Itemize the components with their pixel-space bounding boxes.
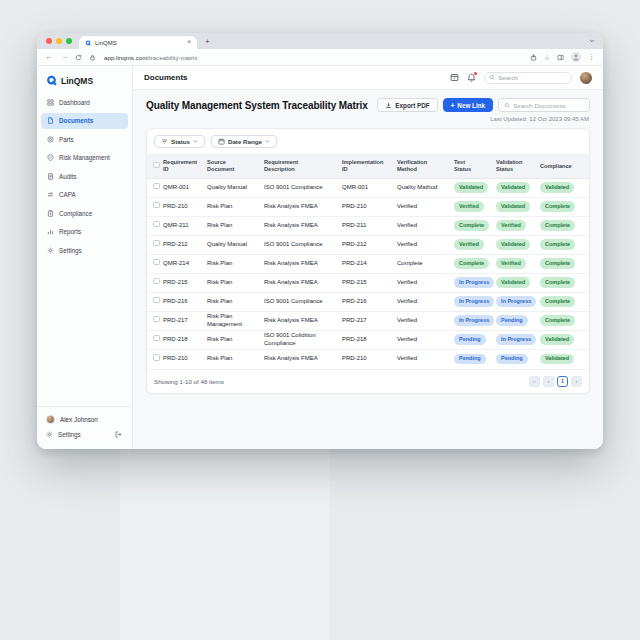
sidebar-item-audits[interactable]: Audits [41, 168, 128, 184]
row-checkbox[interactable] [153, 259, 160, 266]
row-checkbox[interactable] [153, 297, 160, 304]
row-checkbox[interactable] [153, 221, 160, 228]
implementation-id-cell: PRD-211 [342, 222, 397, 230]
notification-dot [474, 72, 477, 75]
background-band [120, 449, 330, 640]
header-avatar[interactable] [580, 72, 592, 84]
column-header-source-document: Source Document [207, 159, 264, 174]
document-search-input[interactable] [513, 102, 584, 109]
table-row[interactable]: PRD-210 Risk Plan Risk Analysis FMEA PRD… [147, 350, 589, 369]
select-all-checkbox[interactable] [153, 162, 160, 169]
verification-method-cell: Verified [397, 298, 454, 306]
table-row[interactable]: PRD-212 Quality Manual ISO 9001 Complian… [147, 236, 589, 255]
sidebar-item-label: Audits [59, 173, 77, 180]
side-panel-icon[interactable] [557, 54, 564, 61]
sidebar-footer: Alex Johnson Settings [37, 406, 132, 449]
table-row[interactable]: PRD-217 Risk Plan Management Risk Analys… [147, 312, 589, 331]
table-row[interactable]: QMR-214 Risk Plan Risk Analysis FMEA PRD… [147, 255, 589, 274]
validation-status-badge: Pending [496, 354, 528, 364]
browser-menu-icon[interactable]: ⋮ [588, 53, 595, 61]
zoom-window-button[interactable] [66, 38, 72, 44]
user-avatar [46, 415, 55, 424]
forward-icon[interactable]: → [60, 53, 68, 61]
verification-method-cell: Verified [397, 241, 454, 249]
row-checkbox[interactable] [153, 278, 160, 285]
table-row[interactable]: PRD-218 Risk Plan ISO 9001 Colidition Co… [147, 331, 589, 350]
status-filter-dropdown[interactable]: Status [154, 135, 205, 148]
sidebar-item-compliance[interactable]: Compliance [41, 205, 128, 221]
sidebar-item-label: Compliance [59, 210, 92, 217]
browser-toolbar-icons: ☆ ⋮ [530, 52, 595, 62]
compliance-badge: Validated [540, 182, 574, 192]
brand-name: LinQMS [61, 76, 93, 86]
document-search[interactable] [498, 98, 590, 112]
new-tab-button[interactable]: + [205, 38, 210, 46]
row-checkbox[interactable] [153, 202, 160, 209]
user-profile[interactable]: Alex Johnson [43, 412, 126, 427]
share-icon[interactable] [530, 54, 537, 61]
linqms-favicon [85, 40, 91, 46]
sidebar-item-reports[interactable]: Reports [41, 224, 128, 240]
sidebar-settings-row[interactable]: Settings [43, 427, 126, 442]
new-link-button[interactable]: + New Link [443, 98, 493, 112]
sidebar-item-parts[interactable]: Parts [41, 131, 128, 147]
archive-icon[interactable] [450, 73, 459, 82]
table-body: QMR-001 Quality Manual ISO 9001 Complian… [147, 179, 589, 369]
sidebar-item-dashboard[interactable]: Dashboard [41, 94, 128, 110]
implementation-id-cell: QMR-001 [342, 184, 397, 192]
row-checkbox[interactable] [153, 183, 160, 190]
compliance-badge: Validated [540, 334, 574, 344]
browser-tab[interactable]: LinQMS × [79, 36, 197, 49]
pagination-prev-button[interactable]: ‹ [543, 376, 554, 387]
sidebar-item-settings[interactable]: Settings [41, 242, 128, 258]
filter-icon [161, 138, 168, 145]
tab-close-icon[interactable]: × [187, 39, 191, 46]
header-actions [450, 72, 592, 84]
row-checkbox[interactable] [153, 240, 160, 247]
global-search-input[interactable] [498, 74, 567, 81]
requirement-id-cell: PRD-212 [163, 241, 207, 249]
minimize-window-button[interactable] [56, 38, 62, 44]
tab-search-chevron-icon[interactable] [589, 38, 595, 44]
test-status-badge: Verified [454, 201, 484, 211]
chevron-down-icon [265, 139, 270, 144]
reload-icon[interactable] [75, 54, 82, 61]
page-header-title: Documents [144, 73, 188, 82]
brand-logo[interactable]: LinQMS [37, 66, 132, 94]
browser-url-bar: ← → app.linqms.com/traceability-matrix ☆… [37, 49, 603, 66]
sidebar-item-capa[interactable]: CAPA [41, 187, 128, 203]
back-icon[interactable]: ← [45, 53, 53, 61]
notifications-bell-icon[interactable] [467, 73, 476, 82]
implementation-id-cell: PRD-217 [342, 317, 397, 325]
export-pdf-button[interactable]: Export PDF [377, 98, 437, 112]
row-checkbox[interactable] [153, 354, 160, 361]
table-row[interactable]: PRD-216 Risk Plan ISO 9001 Compliance PR… [147, 293, 589, 312]
row-checkbox[interactable] [153, 316, 160, 323]
table-row[interactable]: PRD-215 Risk Plan Risk Analysis FMEA PRD… [147, 274, 589, 293]
bookmark-star-icon[interactable]: ☆ [544, 54, 550, 61]
requirement-description-cell: Risk Analysis FMEA [264, 355, 342, 363]
sidebar-item-risk-management[interactable]: Risk Management [41, 150, 128, 166]
browser-profile-avatar[interactable] [571, 52, 581, 62]
logout-icon[interactable] [115, 431, 122, 438]
close-window-button[interactable] [46, 38, 52, 44]
global-search[interactable] [484, 72, 572, 84]
dashboard-icon [47, 99, 54, 106]
pagination-page-1-button[interactable]: 1 [557, 376, 568, 387]
requirement-description-cell: ISO 9001 Compliance [264, 241, 342, 249]
table-row[interactable]: QMR-001 Quality Manual ISO 9001 Complian… [147, 179, 589, 198]
compliance-badge: Validated [540, 354, 574, 364]
pagination-next-button[interactable]: › [571, 376, 582, 387]
url-text[interactable]: app.linqms.com/traceability-matrix [104, 54, 523, 61]
date-range-dropdown[interactable]: Date Range [211, 135, 277, 148]
pagination-first-button[interactable]: « [529, 376, 540, 387]
table-row[interactable]: PRD-210 Risk Plan Risk Analysis FMEA PRD… [147, 198, 589, 217]
row-checkbox[interactable] [153, 335, 160, 342]
source-document-cell: Quality Manual [207, 184, 264, 192]
table-row[interactable]: QMR-211 Risk Plan Risk Analysis FMEA PRD… [147, 217, 589, 236]
user-name: Alex Johnson [60, 416, 98, 423]
swap-arrows-icon [47, 191, 54, 198]
requirement-id-cell: PRD-217 [163, 317, 207, 325]
sidebar-item-documents[interactable]: Documents [41, 113, 128, 129]
traceability-table-card: Status Date Range Requirement ID Source … [146, 128, 590, 394]
